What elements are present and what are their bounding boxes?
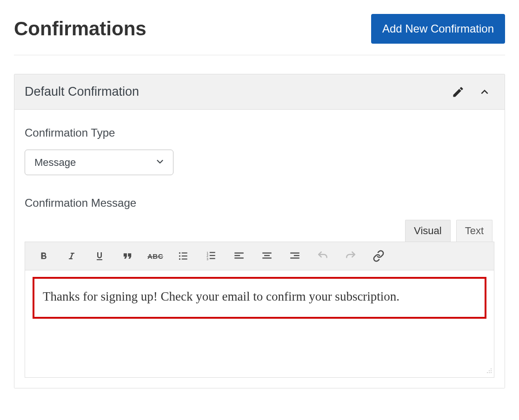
tab-text[interactable]: Text	[456, 220, 492, 242]
svg-rect-20	[290, 257, 299, 258]
svg-point-2	[179, 258, 180, 260]
svg-rect-15	[262, 252, 272, 253]
svg-point-25	[489, 372, 490, 373]
link-button[interactable]	[371, 249, 386, 263]
strikethrough-button[interactable]: ABC	[148, 249, 163, 263]
svg-rect-19	[294, 255, 299, 256]
page-title: Confirmations	[14, 18, 146, 40]
svg-rect-18	[290, 252, 299, 253]
svg-rect-11	[210, 258, 215, 259]
resize-handle-icon[interactable]	[485, 366, 492, 375]
bold-button[interactable]	[36, 249, 51, 263]
align-center-button[interactable]	[260, 249, 274, 263]
panel-title: Default Confirmation	[25, 85, 139, 99]
svg-rect-13	[234, 255, 240, 256]
svg-point-26	[487, 372, 488, 373]
svg-point-0	[179, 252, 180, 254]
align-left-button[interactable]	[232, 249, 246, 263]
align-right-button[interactable]	[287, 249, 302, 263]
svg-text:3: 3	[206, 257, 208, 261]
svg-point-24	[489, 370, 490, 371]
italic-button[interactable]	[64, 249, 79, 263]
add-new-confirmation-button[interactable]: Add New Confirmation	[371, 14, 505, 44]
svg-rect-14	[234, 257, 244, 258]
editor-toolbar: ABC 123	[25, 242, 494, 270]
underline-button[interactable]	[92, 249, 107, 263]
svg-point-23	[491, 372, 492, 373]
svg-rect-16	[264, 255, 270, 256]
tab-visual[interactable]: Visual	[405, 220, 451, 242]
undo-button[interactable]	[315, 249, 330, 263]
svg-rect-17	[262, 257, 272, 258]
confirmation-type-select[interactable]: Message	[25, 150, 173, 175]
bulleted-list-button[interactable]	[176, 249, 191, 263]
edit-icon[interactable]	[452, 85, 465, 98]
editor-content-area[interactable]: Thanks for signing up! Check your email …	[25, 270, 494, 377]
svg-rect-5	[182, 258, 187, 259]
svg-rect-10	[210, 255, 215, 256]
svg-point-22	[491, 370, 492, 371]
svg-rect-12	[234, 252, 244, 253]
svg-rect-3	[182, 252, 187, 253]
svg-point-1	[179, 255, 180, 256]
svg-rect-4	[182, 256, 187, 256]
confirmation-message-label: Confirmation Message	[25, 197, 494, 210]
svg-rect-9	[210, 252, 215, 253]
panel-header: Default Confirmation	[14, 74, 505, 110]
confirmation-message-text[interactable]: Thanks for signing up! Check your email …	[33, 277, 486, 319]
svg-point-21	[491, 368, 492, 369]
blockquote-button[interactable]	[120, 249, 135, 263]
redo-button[interactable]	[343, 249, 358, 263]
chevron-up-icon[interactable]	[478, 85, 492, 99]
confirmation-panel: Default Confirmation Confirmation Type M…	[14, 74, 505, 388]
numbered-list-button[interactable]: 123	[204, 249, 219, 263]
confirmation-type-label: Confirmation Type	[25, 126, 494, 139]
